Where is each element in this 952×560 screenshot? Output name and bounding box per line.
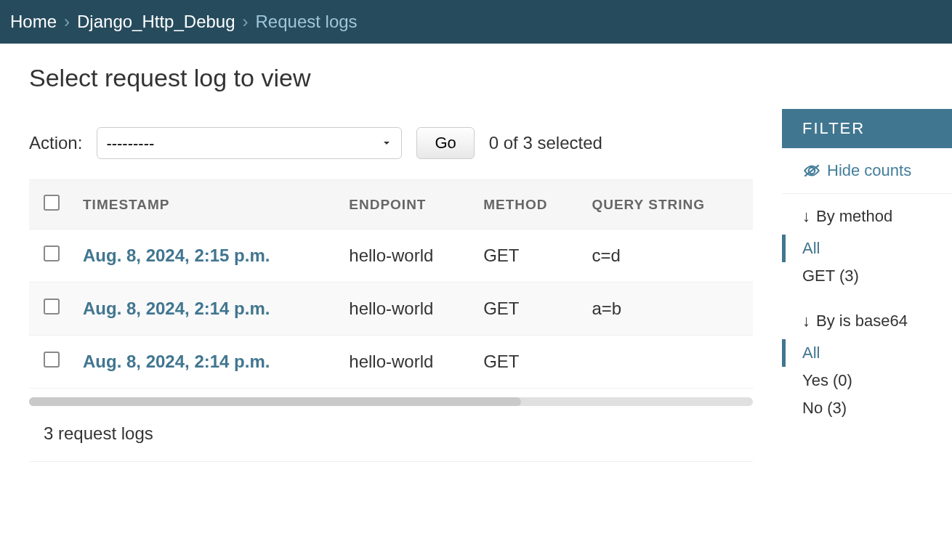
- filter-option-link[interactable]: All: [802, 344, 820, 362]
- cell-query-string: [581, 336, 753, 389]
- cell-timestamp: Aug. 8, 2024, 2:15 p.m.: [73, 230, 339, 283]
- action-row: Action: --------- Go 0 of 3 selected: [29, 127, 753, 159]
- table-row: Aug. 8, 2024, 2:15 p.m.hello-worldGETc=d: [29, 230, 753, 283]
- eye-slash-icon: [802, 163, 821, 178]
- filter-option[interactable]: All: [782, 235, 952, 262]
- select-all-checkbox[interactable]: [44, 195, 60, 211]
- breadcrumb-separator: ›: [243, 12, 249, 32]
- breadcrumb-separator: ›: [64, 12, 70, 32]
- arrow-down-icon: ↓: [802, 207, 810, 226]
- table-row: Aug. 8, 2024, 2:14 p.m.hello-worldGET: [29, 336, 753, 389]
- filter-header: FILTER: [782, 109, 952, 148]
- filter-option[interactable]: GET (3): [782, 262, 952, 290]
- filter-option-link[interactable]: Yes (0): [802, 371, 852, 389]
- action-select[interactable]: ---------: [97, 127, 402, 159]
- filter-option[interactable]: All: [782, 339, 952, 367]
- timestamp-link[interactable]: Aug. 8, 2024, 2:14 p.m.: [83, 299, 270, 318]
- timestamp-link[interactable]: Aug. 8, 2024, 2:14 p.m.: [83, 352, 270, 371]
- timestamp-link[interactable]: Aug. 8, 2024, 2:15 p.m.: [83, 245, 270, 265]
- cell-endpoint: hello-world: [339, 230, 473, 283]
- row-checkbox-cell: [29, 230, 73, 283]
- filter-option-link[interactable]: No (3): [802, 399, 847, 417]
- page-title: Select request log to view: [29, 64, 753, 92]
- breadcrumb-current: Request logs: [256, 12, 358, 32]
- arrow-down-icon: ↓: [802, 312, 810, 330]
- header-query-string[interactable]: QUERY STRING: [581, 180, 753, 230]
- filter-group-title-text: By is base64: [816, 312, 908, 330]
- breadcrumb-home-link[interactable]: Home: [10, 12, 57, 32]
- row-checkbox[interactable]: [44, 299, 60, 315]
- cell-query-string: c=d: [581, 230, 753, 283]
- filter-option-link[interactable]: GET (3): [802, 267, 859, 285]
- hide-counts-label: Hide counts: [827, 161, 911, 180]
- breadcrumb: Home › Django_Http_Debug › Request logs: [0, 0, 952, 44]
- hide-counts-row: Hide counts: [782, 148, 952, 194]
- action-label: Action:: [29, 133, 82, 153]
- selection-count: 0 of 3 selected: [489, 133, 602, 153]
- filter-group: ↓By methodAllGET (3): [782, 194, 952, 299]
- header-endpoint[interactable]: ENDPOINT: [339, 180, 473, 230]
- row-checkbox-cell: [29, 336, 73, 389]
- filter-option[interactable]: No (3): [782, 394, 952, 422]
- hide-counts-link[interactable]: Hide counts: [802, 161, 932, 180]
- cell-timestamp: Aug. 8, 2024, 2:14 p.m.: [73, 283, 339, 336]
- horizontal-scrollbar[interactable]: [29, 397, 753, 406]
- filter-sidebar: FILTER Hide counts ↓By methodAllGET (3)↓…: [782, 109, 952, 431]
- row-checkbox-cell: [29, 283, 73, 336]
- cell-endpoint: hello-world: [339, 336, 473, 389]
- filter-group-title: ↓By is base64: [782, 312, 952, 339]
- header-checkbox-cell: [29, 180, 73, 230]
- total-count: 3 request logs: [29, 406, 753, 462]
- filter-group-title-text: By method: [816, 207, 892, 226]
- cell-query-string: a=b: [581, 283, 753, 336]
- cell-method: GET: [473, 283, 581, 336]
- header-timestamp[interactable]: TIMESTAMP: [73, 180, 339, 230]
- filter-group-title: ↓By method: [782, 207, 952, 235]
- header-method[interactable]: METHOD: [473, 180, 581, 230]
- breadcrumb-app-link[interactable]: Django_Http_Debug: [77, 12, 235, 32]
- filter-group: ↓By is base64AllYes (0)No (3): [782, 299, 952, 431]
- filter-option-link[interactable]: All: [802, 239, 820, 257]
- cell-timestamp: Aug. 8, 2024, 2:14 p.m.: [73, 336, 339, 389]
- filter-option[interactable]: Yes (0): [782, 367, 952, 394]
- cell-method: GET: [473, 336, 581, 389]
- main-content: Select request log to view Action: -----…: [0, 44, 782, 491]
- request-log-table: TIMESTAMP ENDPOINT METHOD QUERY STRING A…: [29, 179, 753, 389]
- cell-method: GET: [473, 230, 581, 283]
- cell-endpoint: hello-world: [339, 283, 473, 336]
- row-checkbox[interactable]: [44, 245, 60, 261]
- table-row: Aug. 8, 2024, 2:14 p.m.hello-worldGETa=b: [29, 283, 753, 336]
- row-checkbox[interactable]: [44, 352, 60, 368]
- go-button[interactable]: Go: [416, 127, 474, 159]
